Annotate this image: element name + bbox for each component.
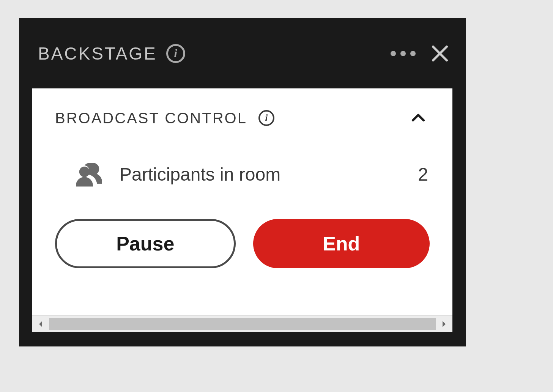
horizontal-scrollbar[interactable] xyxy=(32,315,452,332)
participants-count: 2 xyxy=(418,164,428,185)
backstage-panel: BACKSTAGE i BROADCAST CONTROL i xyxy=(19,18,466,346)
more-options-icon[interactable] xyxy=(391,51,416,56)
pause-button[interactable]: Pause xyxy=(55,219,236,268)
scroll-track[interactable] xyxy=(49,316,436,332)
chevron-up-icon[interactable] xyxy=(407,107,430,129)
svg-marker-3 xyxy=(443,321,446,327)
section-title: BROADCAST CONTROL xyxy=(55,110,247,127)
info-icon[interactable]: i xyxy=(166,44,185,63)
close-icon[interactable] xyxy=(429,43,451,64)
scroll-left-icon[interactable] xyxy=(32,316,49,332)
info-icon[interactable]: i xyxy=(258,110,274,126)
svg-marker-2 xyxy=(39,321,42,327)
people-icon xyxy=(74,159,104,189)
scroll-thumb[interactable] xyxy=(49,318,436,330)
content-area: BROADCAST CONTROL i Participants in room… xyxy=(32,88,452,332)
panel-title: BACKSTAGE xyxy=(38,43,157,64)
participants-label: Participants in room xyxy=(120,164,280,185)
end-button[interactable]: End xyxy=(253,219,430,268)
panel-header: BACKSTAGE i xyxy=(19,18,466,88)
participants-row: Participants in room 2 xyxy=(32,132,452,197)
broadcast-control-header: BROADCAST CONTROL i xyxy=(32,88,452,132)
scroll-right-icon[interactable] xyxy=(436,316,452,332)
button-row: Pause End xyxy=(32,197,452,276)
